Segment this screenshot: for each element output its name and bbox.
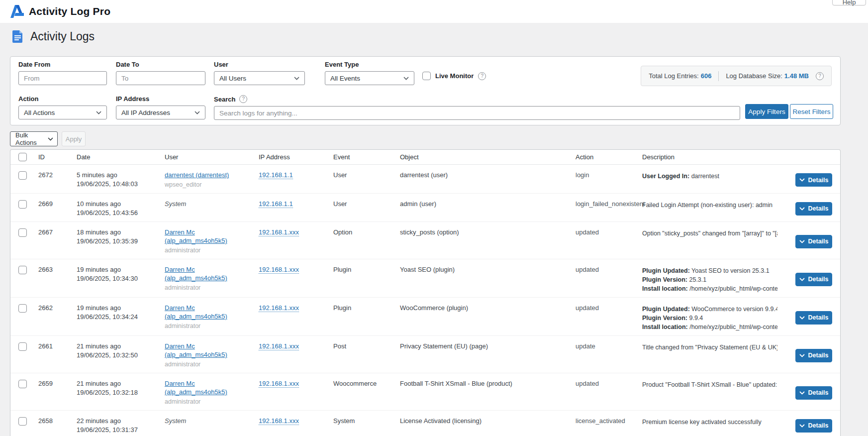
- bulk-apply-button[interactable]: Apply: [62, 131, 86, 146]
- date-from-group: Date From: [18, 61, 107, 85]
- ip-cell: 192.168.1.xxx: [259, 379, 333, 388]
- ip-link[interactable]: 192.168.1.1: [259, 200, 293, 208]
- id-cell: 2658: [38, 417, 77, 425]
- ip-link[interactable]: 192.168.1.xxx: [259, 342, 299, 350]
- date-ago: 10 minutes ago: [77, 200, 165, 208]
- ip-link[interactable]: 192.168.1.1: [259, 171, 293, 179]
- action-filter-label: Action: [18, 95, 107, 103]
- col-date: Date: [77, 153, 165, 161]
- col-user: User: [165, 153, 259, 161]
- details-chevron-icon: [799, 316, 805, 320]
- action-cell: updated: [576, 228, 642, 236]
- row-checkbox[interactable]: [18, 417, 27, 426]
- page-title: Activity Logs: [30, 30, 95, 43]
- date-from-input[interactable]: [18, 71, 107, 85]
- object-cell: sticky_posts (option): [400, 228, 576, 236]
- event-type-group: Event Type All Events: [325, 61, 414, 85]
- select-all-checkbox[interactable]: [18, 153, 27, 161]
- help-button[interactable]: Help: [832, 0, 866, 5]
- reset-filters-button[interactable]: Reset Filters: [790, 104, 833, 119]
- row-checkbox[interactable]: [18, 171, 27, 180]
- stats-divider: [718, 71, 719, 81]
- details-button-wrap: Details: [795, 235, 832, 248]
- live-monitor-help-icon[interactable]: ?: [478, 72, 486, 80]
- details-button[interactable]: Details: [795, 235, 832, 248]
- ip-link[interactable]: 192.168.1.xxx: [259, 304, 299, 312]
- table-row: 2661 21 minutes ago 19/06/2025, 10:32:50…: [10, 336, 840, 373]
- chevron-down-icon: [96, 111, 101, 114]
- details-button[interactable]: Details: [795, 419, 832, 433]
- event-type-label: Event Type: [325, 61, 414, 68]
- details-button-label: Details: [808, 314, 829, 321]
- ip-link[interactable]: 192.168.1.xxx: [259, 228, 299, 236]
- date-to-input[interactable]: [116, 71, 205, 85]
- description-cell: Plugin Updated: Yoast SEO to version 25.…: [642, 265, 777, 293]
- row-checkbox[interactable]: [18, 380, 27, 388]
- bulk-actions-select[interactable]: Bulk Actions: [10, 131, 58, 146]
- ip-select-value: All IP Addresses: [121, 109, 170, 116]
- user-role: administrator: [165, 322, 259, 330]
- ip-link[interactable]: 192.168.1.xxx: [259, 266, 299, 274]
- date-ago: 19 minutes ago: [77, 304, 165, 312]
- col-ip: IP Address: [259, 153, 333, 161]
- row-checkbox[interactable]: [18, 304, 27, 313]
- details-button[interactable]: Details: [795, 311, 832, 325]
- details-button[interactable]: Details: [795, 386, 832, 400]
- description-line-text: Option "sticky_posts" changed from "[arr…: [642, 230, 777, 237]
- row-checkbox[interactable]: [18, 200, 27, 209]
- user-link[interactable]: Darren Mc (alp_adm_ms4oh5k5): [165, 228, 227, 244]
- user-link[interactable]: Darren Mc (alp_adm_ms4oh5k5): [165, 380, 227, 396]
- search-help-icon[interactable]: ?: [239, 95, 247, 103]
- bulk-actions-value: Bulk Actions: [15, 131, 48, 146]
- action-select[interactable]: All Actions: [18, 106, 107, 119]
- row-checkbox[interactable]: [18, 342, 27, 351]
- page-title-row: Activity Logs: [12, 30, 95, 43]
- live-monitor-checkbox[interactable]: [422, 72, 431, 80]
- event-type-select[interactable]: All Events: [325, 71, 414, 85]
- object-cell: WooCommerce (plugin): [400, 304, 576, 312]
- user-filter-label: User: [214, 61, 305, 68]
- user-select-value: All Users: [219, 75, 246, 82]
- description-line: Plugin Version: 9.9.4: [642, 314, 777, 323]
- description-line: User Logged In: darrentest: [642, 172, 777, 181]
- apply-filters-button[interactable]: Apply Filters: [745, 104, 788, 119]
- table-header-row: ID Date User IP Address Event Object Act…: [10, 150, 840, 165]
- user-link[interactable]: darrentest (darrentest): [165, 171, 229, 179]
- details-button-label: Details: [808, 352, 829, 359]
- ip-address-select[interactable]: All IP Addresses: [116, 106, 205, 119]
- event-cell: Post: [333, 342, 400, 350]
- action-cell: updated: [576, 379, 642, 388]
- user-link[interactable]: Darren Mc (alp_adm_ms4oh5k5): [165, 266, 227, 282]
- row-checkbox[interactable]: [18, 266, 27, 274]
- table-row: 2659 21 minutes ago 19/06/2025, 10:32:18…: [10, 373, 840, 411]
- bulk-actions-row: Bulk Actions Apply: [10, 131, 86, 146]
- total-entries-value: 606: [701, 72, 712, 80]
- user-link[interactable]: Darren Mc (alp_adm_ms4oh5k5): [165, 342, 227, 358]
- db-size-help-icon[interactable]: ?: [816, 72, 824, 80]
- details-button-wrap: Details: [795, 349, 832, 362]
- action-cell: update: [576, 342, 642, 350]
- details-button[interactable]: Details: [795, 202, 832, 216]
- user-cell: Darren Mc (alp_adm_ms4oh5k5) administrat…: [165, 228, 259, 255]
- object-cell: darrentest (user): [400, 171, 576, 179]
- details-button-label: Details: [808, 422, 829, 429]
- activity-log-table: ID Date User IP Address Event Object Act…: [10, 149, 841, 436]
- date-exact: 19/06/2025, 10:32:18: [77, 388, 165, 397]
- details-button[interactable]: Details: [795, 349, 832, 362]
- table-row: 2672 5 minutes ago 19/06/2025, 10:48:03 …: [10, 165, 840, 194]
- table-row: 2667 18 minutes ago 19/06/2025, 10:35:39…: [10, 222, 840, 259]
- search-input[interactable]: [214, 106, 740, 120]
- description-line: Title changed from "Privacy Statement (E…: [642, 343, 777, 352]
- ip-link[interactable]: 192.168.1.xxx: [259, 417, 299, 425]
- row-checkbox[interactable]: [18, 228, 27, 237]
- id-cell: 2659: [38, 379, 77, 388]
- user-select[interactable]: All Users: [214, 71, 305, 85]
- user-cell: Darren Mc (alp_adm_ms4oh5k5) administrat…: [165, 265, 259, 292]
- system-user-label: System: [165, 200, 186, 208]
- details-chevron-icon: [799, 354, 805, 357]
- date-from-label: Date From: [18, 61, 107, 68]
- user-link[interactable]: Darren Mc (alp_adm_ms4oh5k5): [165, 304, 227, 320]
- ip-link[interactable]: 192.168.1.xxx: [259, 380, 299, 388]
- details-button[interactable]: Details: [795, 273, 832, 286]
- details-button[interactable]: Details: [795, 173, 832, 187]
